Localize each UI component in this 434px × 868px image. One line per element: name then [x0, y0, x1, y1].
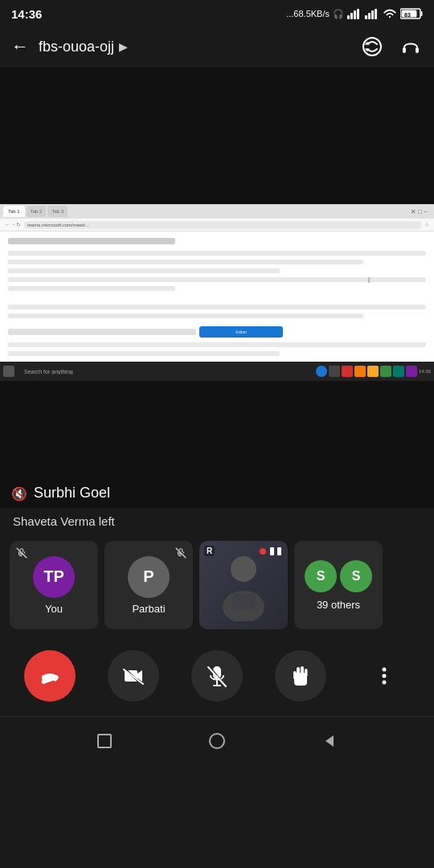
svg-point-17	[231, 556, 256, 582]
speaker-mute-icon: 🔇	[11, 486, 27, 502]
video-speaker-bar: 🔇 Surbhi Goel	[0, 381, 434, 508]
svg-rect-34	[301, 666, 304, 676]
pause-icon	[268, 546, 283, 557]
svg-text:83: 83	[404, 12, 411, 18]
participant-parbati: P Parbati	[104, 541, 193, 629]
participants-row: TP You P Parbati	[0, 534, 434, 636]
signal2-icon	[365, 8, 379, 19]
controls-row	[0, 636, 434, 716]
doc-content: Action	[0, 231, 434, 366]
others-avatar-1: S	[305, 560, 337, 592]
svg-rect-6	[371, 10, 374, 19]
svg-rect-4	[365, 15, 367, 19]
participant-you: TP You	[10, 541, 98, 629]
taskbar-icon-files	[329, 366, 340, 377]
flip-camera-button[interactable]	[360, 35, 384, 59]
status-bar: 14:36 ...68.5KB/s 🎧	[0, 0, 434, 26]
nav-home-button[interactable]	[203, 727, 231, 755]
expand-icon[interactable]: ▶	[119, 40, 128, 53]
nav-square-button[interactable]	[90, 727, 119, 755]
others-count: 39 others	[317, 599, 360, 611]
svg-point-38	[383, 674, 387, 678]
screen-share: Tab 1 Tab 2 Tab 3 ✕ □ − ←→↻ teams.micros…	[0, 204, 434, 381]
participant-others: S S 39 others	[294, 541, 383, 629]
svg-rect-2	[354, 10, 356, 19]
taskbar-icon-1	[3, 366, 14, 377]
participant-video: R	[199, 541, 288, 629]
taskbar-icon-purple	[406, 366, 417, 377]
svg-rect-36	[293, 671, 297, 679]
parbati-mute-icon	[175, 547, 186, 559]
network-speed: ...68.5KB/s	[286, 9, 330, 18]
svg-marker-42	[326, 735, 334, 747]
taskbar-icon-orange	[354, 366, 366, 377]
svg-rect-7	[375, 9, 377, 19]
svg-rect-33	[297, 667, 300, 677]
browser-tab-active: Tab 1	[3, 206, 25, 217]
svg-rect-40	[98, 735, 111, 747]
svg-point-41	[210, 734, 224, 748]
svg-point-12	[363, 38, 381, 55]
others-avatars: S S	[305, 560, 372, 592]
top-bar: ← fbs-ouoa-ojj ▶	[0, 26, 434, 68]
svg-rect-19	[231, 593, 256, 609]
back-button[interactable]: ←	[11, 36, 29, 57]
wifi-icon	[383, 8, 397, 19]
browser-tab-2: Tab 2	[27, 206, 47, 217]
taskbar-icon-chrome	[316, 366, 327, 377]
headset-icon: 🎧	[333, 9, 344, 19]
svg-rect-9	[421, 11, 423, 16]
person-silhouette	[215, 549, 272, 621]
svg-rect-3	[357, 9, 359, 19]
video-top-black	[0, 68, 434, 204]
battery-icon: 83	[400, 8, 423, 19]
camera-off-button[interactable]	[108, 650, 159, 702]
svg-rect-21	[277, 547, 281, 555]
raise-hand-button[interactable]	[275, 650, 326, 702]
top-icons	[360, 35, 423, 59]
video-area: Tab 1 Tab 2 Tab 3 ✕ □ − ←→↻ teams.micros…	[0, 68, 434, 508]
svg-rect-1	[350, 13, 353, 19]
svg-point-39	[383, 681, 387, 685]
bottom-nav	[0, 716, 434, 765]
more-options-button[interactable]	[358, 650, 410, 702]
taskbar-icon-green	[380, 366, 391, 377]
browser-tabs: Tab 1 Tab 2 Tab 3 ✕ □ −	[0, 204, 434, 219]
browser-mockup: Tab 1 Tab 2 Tab 3 ✕ □ − ←→↻ teams.micros…	[0, 204, 434, 381]
taskbar-icon-yellow	[367, 366, 379, 377]
call-id: fbs-ouoa-ojj ▶	[39, 39, 360, 55]
signal-icon	[347, 8, 362, 19]
speaker-name: Surbhi Goel	[34, 485, 110, 502]
nav-back-button[interactable]	[315, 727, 344, 755]
svg-rect-13	[403, 47, 406, 53]
you-label: You	[45, 603, 63, 615]
svg-rect-14	[416, 47, 419, 53]
browser-content: Action |	[0, 231, 434, 381]
you-mute-icon	[16, 547, 27, 559]
address-bar-input: teams.microsoft.com/meet/...	[24, 221, 421, 229]
browser-tab-3: Tab 3	[47, 206, 68, 217]
status-time: 14:36	[11, 7, 42, 21]
taskbar-icon-teal	[393, 366, 404, 377]
status-message: Shaveta Verma left	[0, 508, 434, 534]
end-call-button[interactable]	[24, 650, 76, 702]
status-icons: ...68.5KB/s 🎧	[286, 8, 423, 19]
you-avatar: TP	[33, 556, 75, 598]
mic-off-button[interactable]	[191, 650, 243, 702]
taskbar-icon-red	[342, 366, 353, 377]
browser-taskbar: Search for anything 14:36	[0, 362, 434, 381]
svg-rect-5	[368, 13, 371, 19]
svg-rect-35	[305, 669, 308, 677]
others-avatar-2: S	[340, 560, 372, 592]
headphone-button[interactable]	[399, 35, 423, 59]
svg-rect-20	[270, 547, 274, 555]
browser-addressbar: ←→↻ teams.microsoft.com/meet/... ☆	[0, 219, 434, 231]
parbati-avatar: P	[128, 556, 170, 598]
parbati-label: Parbati	[132, 603, 165, 615]
svg-point-37	[383, 668, 387, 672]
svg-rect-0	[347, 15, 350, 19]
